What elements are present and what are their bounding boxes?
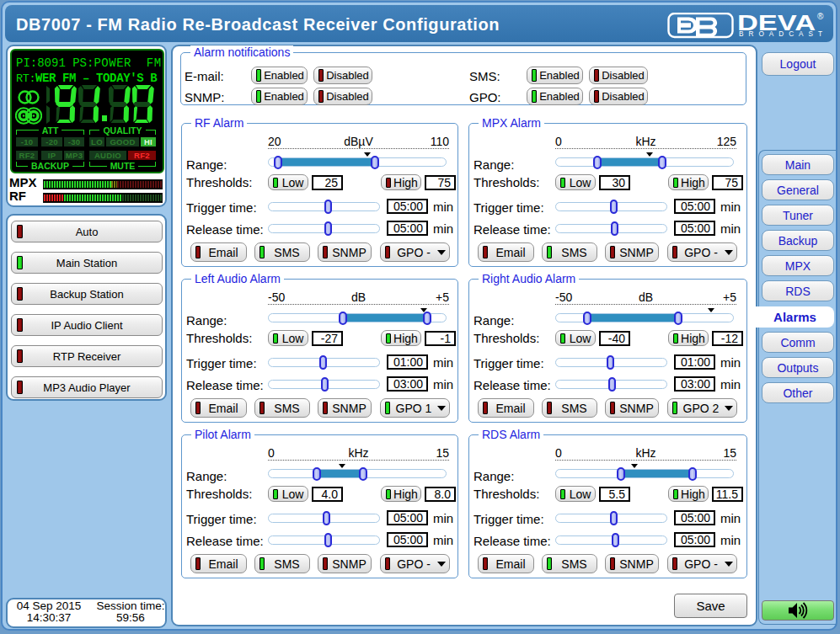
svg-text:®: ® <box>817 13 824 21</box>
svg-text:BROADCAST: BROADCAST <box>739 30 822 38</box>
